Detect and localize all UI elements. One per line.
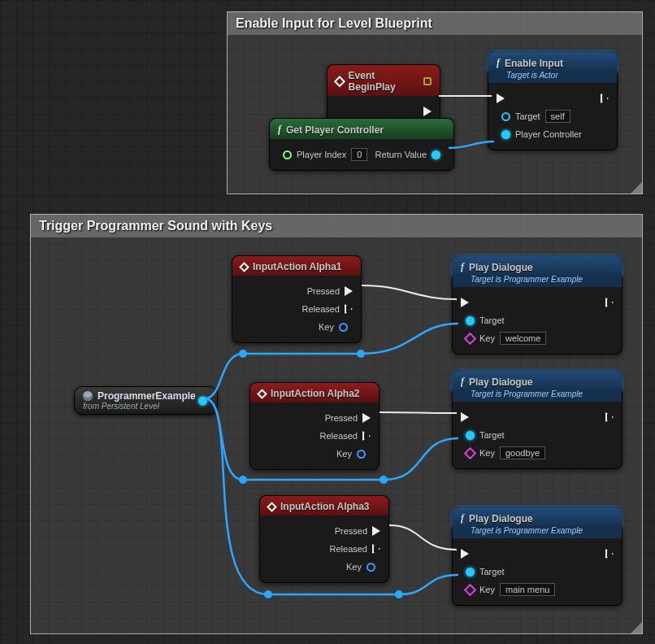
- node-title: Play Dialogue: [469, 376, 533, 388]
- exec-in-pin[interactable]: [497, 94, 505, 103]
- released-exec-pin[interactable]: [362, 431, 371, 441]
- exec-out-pin[interactable]: [423, 107, 432, 116]
- target-label: Target: [479, 567, 505, 577]
- return-value-pin[interactable]: [432, 150, 440, 159]
- node-header: InputAction Alpha1: [232, 256, 361, 276]
- released-exec-pin[interactable]: [372, 544, 380, 554]
- player-index-value[interactable]: 0: [351, 148, 367, 161]
- function-icon: f: [461, 512, 464, 524]
- function-icon: f: [497, 57, 500, 69]
- target-pin[interactable]: [466, 568, 475, 577]
- key-label: Key: [336, 449, 352, 459]
- node-inputaction-alpha3[interactable]: InputAction Alpha3 Pressed Released Key: [259, 495, 389, 583]
- exec-in-pin[interactable]: [461, 298, 469, 307]
- key-pin[interactable]: [367, 563, 375, 572]
- node-play-dialogue-3[interactable]: fPlay Dialogue Target is Programmer Exam…: [452, 507, 622, 606]
- node-inputaction-alpha1[interactable]: InputAction Alpha1 Pressed Released Key: [232, 255, 362, 343]
- comment-title: Enable Input for Level Blueprint: [228, 12, 642, 35]
- node-header: fPlay Dialogue: [453, 371, 622, 391]
- key-value[interactable]: goodbye: [500, 446, 545, 459]
- node-inputaction-alpha2[interactable]: InputAction Alpha2 Pressed Released Key: [249, 382, 380, 470]
- target-label: Target: [515, 111, 540, 121]
- latent-icon: [423, 77, 432, 85]
- variable-name: ProgrammerExample: [98, 390, 196, 402]
- target-pin[interactable]: [501, 112, 510, 121]
- pressed-exec-pin[interactable]: [345, 286, 353, 296]
- node-play-dialogue-1[interactable]: fPlay Dialogue Target is Programmer Exam…: [452, 255, 622, 355]
- exec-in-pin[interactable]: [461, 412, 469, 422]
- node-subtitle: Target is Actor: [488, 71, 617, 83]
- player-index-label: Player Index: [297, 150, 346, 159]
- target-value[interactable]: self: [545, 110, 570, 123]
- return-value-label: Return Value: [375, 150, 427, 159]
- exec-in-pin[interactable]: [461, 549, 469, 559]
- target-pin[interactable]: [466, 431, 475, 440]
- node-title: Get Player Controller: [286, 124, 384, 136]
- key-label: Key: [479, 448, 495, 458]
- target-label: Target: [479, 430, 505, 440]
- key-label: Key: [346, 562, 362, 572]
- key-pin[interactable]: [339, 323, 348, 332]
- pressed-label: Pressed: [335, 526, 367, 536]
- released-exec-pin[interactable]: [345, 304, 353, 314]
- node-header: Event BeginPlay: [328, 65, 440, 96]
- key-label: Key: [479, 585, 495, 594]
- key-label: Key: [479, 333, 495, 343]
- node-title: Play Dialogue: [469, 262, 533, 273]
- key-pin[interactable]: [464, 583, 477, 596]
- key-value[interactable]: welcome: [500, 332, 546, 345]
- event-diamond-icon: [334, 76, 345, 87]
- function-icon: f: [461, 376, 464, 388]
- actor-icon: [83, 391, 93, 401]
- comment-title: Trigger Programmer Sound with Keys: [31, 215, 642, 237]
- resize-handle[interactable]: [627, 179, 642, 194]
- node-play-dialogue-2[interactable]: fPlay Dialogue Target is Programmer Exam…: [452, 370, 622, 469]
- node-title: InputAction Alpha1: [253, 261, 342, 272]
- node-header: f Enable Input: [488, 52, 617, 72]
- node-get-player-controller[interactable]: f Get Player Controller Player Index 0 R…: [269, 118, 454, 171]
- variable-programmer-example[interactable]: ProgrammerExample from Persistent Level: [74, 386, 218, 415]
- player-controller-pin[interactable]: [501, 130, 510, 139]
- exec-out-pin[interactable]: [605, 549, 614, 559]
- node-title: InputAction Alpha3: [280, 501, 370, 512]
- released-label: Released: [330, 544, 367, 554]
- pressed-label: Pressed: [325, 413, 358, 423]
- function-icon: f: [278, 124, 281, 136]
- pressed-exec-pin[interactable]: [362, 413, 371, 423]
- node-header: InputAction Alpha2: [250, 383, 379, 402]
- resize-handle[interactable]: [627, 619, 642, 633]
- node-header: f Get Player Controller: [270, 119, 453, 139]
- node-enable-input[interactable]: f Enable Input Target is Actor Target se…: [488, 51, 618, 150]
- player-controller-label: Player Controller: [515, 129, 582, 139]
- function-icon: f: [461, 261, 464, 273]
- key-value[interactable]: main menu: [500, 583, 555, 596]
- exec-out-pin[interactable]: [605, 412, 614, 422]
- variable-out-pin[interactable]: [198, 396, 207, 405]
- node-title: Event BeginPlay: [349, 70, 419, 93]
- event-diamond-icon: [257, 389, 267, 399]
- key-pin[interactable]: [357, 450, 366, 459]
- pressed-exec-pin[interactable]: [372, 526, 380, 536]
- released-label: Released: [302, 304, 340, 314]
- variable-source: from Persistent Level: [83, 402, 196, 411]
- node-title: Play Dialogue: [469, 513, 533, 524]
- node-subtitle: Target is Programmer Example: [453, 526, 622, 538]
- key-label: Key: [319, 322, 334, 332]
- event-diamond-icon: [267, 502, 277, 512]
- node-header: fPlay Dialogue: [453, 256, 622, 276]
- node-subtitle: Target is Programmer Example: [453, 389, 622, 402]
- player-index-pin[interactable]: [283, 150, 292, 159]
- key-pin[interactable]: [464, 332, 477, 345]
- node-subtitle: Target is Programmer Example: [453, 275, 622, 287]
- key-pin[interactable]: [464, 446, 477, 459]
- exec-out-pin[interactable]: [605, 298, 614, 307]
- node-title: InputAction Alpha2: [271, 388, 360, 399]
- target-pin[interactable]: [466, 316, 475, 325]
- released-label: Released: [320, 431, 358, 441]
- node-title: Enable Input: [505, 58, 563, 69]
- pressed-label: Pressed: [307, 286, 340, 296]
- event-diamond-icon: [239, 262, 249, 272]
- target-label: Target: [479, 315, 505, 325]
- node-header: fPlay Dialogue: [453, 507, 622, 528]
- exec-out-pin[interactable]: [601, 94, 609, 103]
